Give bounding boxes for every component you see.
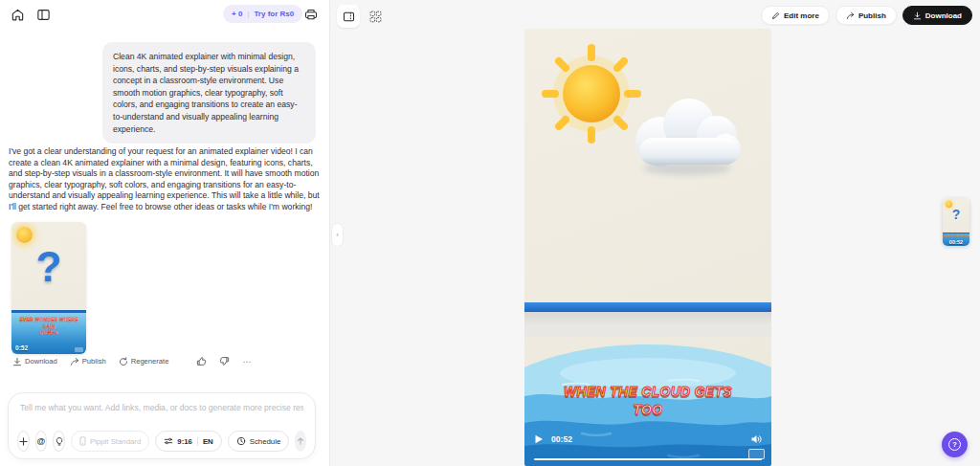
send-button[interactable] xyxy=(295,431,306,452)
sun-icon xyxy=(16,227,33,243)
mini-caption: WHEN THE CLOUD xyxy=(943,234,969,237)
print-button[interactable] xyxy=(302,6,319,22)
single-view-button[interactable] xyxy=(337,5,360,28)
composer-toolbar: @ Pippit Standard 9:1 xyxy=(17,431,306,452)
ratio-language-selector[interactable]: 9:16 EN xyxy=(155,431,221,452)
question-mark-graphic: ? xyxy=(943,207,969,222)
caption-yellow-part: WHEN THE xyxy=(564,384,637,399)
user-message-bubble: Clean 4K animated explainer with minimal… xyxy=(102,42,316,144)
mini-preview-card[interactable]: ? WHEN THE CLOUD 00:52 xyxy=(943,198,969,246)
thumbnail-caption-rest: WONDER WHERE xyxy=(33,317,78,322)
app-window: + 0 | Try for Rs0 Clean 4K animated expl… xyxy=(0,0,980,466)
download-icon xyxy=(913,11,922,20)
caption-line2: TOO xyxy=(634,402,663,417)
blue-stripe-graphic xyxy=(524,302,771,312)
prompt-composer: @ Pippit Standard 9:1 xyxy=(8,392,316,459)
thumbnail-caption: EVER WONDER WHERE RAIN COMES xyxy=(11,317,86,336)
schedule-label: Schedule xyxy=(250,437,281,446)
home-button[interactable] xyxy=(9,6,27,24)
schedule-button[interactable]: Schedule xyxy=(228,431,290,452)
plus-icon xyxy=(19,437,28,446)
desk-graphic xyxy=(524,312,771,337)
model-icon xyxy=(79,436,86,446)
download-video-label: Download xyxy=(925,11,962,20)
result-video-thumbnail[interactable]: ? EVER WONDER WHERE RAIN COMES 0:52 xyxy=(11,222,86,354)
thumbnail-caption-line3: COMES xyxy=(39,329,57,335)
result-actions-row: Download Publish Regenerate xyxy=(12,356,252,366)
model-selector[interactable]: Pippit Standard xyxy=(71,431,149,452)
chat-panel: + 0 | Try for Rs0 Clean 4K animated expl… xyxy=(0,0,330,466)
grid-view-button[interactable] xyxy=(368,9,383,24)
thumbnail-caption-line2: RAIN xyxy=(42,323,55,329)
thumbs-up-button[interactable] xyxy=(196,356,207,366)
progress-bar[interactable] xyxy=(534,458,762,460)
pencil-icon xyxy=(771,11,780,20)
ratio-label: 9:16 xyxy=(177,437,192,446)
model-label: Pippit Standard xyxy=(90,437,141,446)
home-icon xyxy=(11,8,25,22)
player-controls: 00:52 xyxy=(524,432,771,466)
sliders-icon xyxy=(164,436,173,446)
playback-time: 00:52 xyxy=(551,434,572,444)
lightbulb-icon xyxy=(55,436,64,446)
publish-icon xyxy=(846,11,855,20)
panel-collapse-handle[interactable]: ‹ xyxy=(331,223,344,247)
mention-button[interactable]: @ xyxy=(35,431,48,452)
chevron-left-icon: ‹ xyxy=(336,231,339,239)
publish-label: Publish xyxy=(82,357,106,366)
publish-result-button[interactable]: Publish xyxy=(70,357,106,366)
at-icon: @ xyxy=(37,436,46,446)
publish-icon xyxy=(70,357,79,366)
add-attachment-button[interactable] xyxy=(17,431,30,452)
more-options-button[interactable]: ⋯ xyxy=(242,357,252,366)
question-mark-graphic: ? xyxy=(11,243,86,291)
trial-offer-label: Try for Rs0 xyxy=(254,10,294,18)
regenerate-icon xyxy=(119,357,128,366)
layout-view-icon xyxy=(343,11,355,23)
publish-video-button[interactable]: Publish xyxy=(835,6,897,25)
thumbnail-duration: 0:52 xyxy=(15,344,28,351)
video-player[interactable]: WHEN THE CLOUD GETS TOO 00:52 xyxy=(524,29,771,466)
help-button[interactable]: ? xyxy=(942,432,968,457)
play-button[interactable] xyxy=(534,434,544,444)
credits-divider: | xyxy=(247,10,249,18)
water-graphic: WHEN THE CLOUD 00:52 xyxy=(943,233,969,246)
pill-divider xyxy=(197,437,198,446)
thumbs-down-button[interactable] xyxy=(219,356,230,366)
thumbs-up-icon xyxy=(196,356,207,366)
user-message-text: Clean 4K animated explainer with minimal… xyxy=(113,52,299,134)
download-video-button[interactable]: Download xyxy=(902,6,972,25)
watermark xyxy=(75,347,83,352)
sidebar-panel-icon xyxy=(36,8,51,22)
edit-more-label: Edit more xyxy=(784,11,819,20)
mini-duration: 00:52 xyxy=(943,239,969,245)
language-label: EN xyxy=(203,437,213,446)
cloud-graphic xyxy=(622,84,748,180)
assistant-message-text: I've got a clear understanding of your r… xyxy=(9,146,322,213)
thumbs-down-icon xyxy=(219,356,230,366)
sidebar-toggle-button[interactable] xyxy=(34,6,53,24)
caption-white-part: CLOUD GETS xyxy=(637,384,732,399)
edit-more-button[interactable]: Edit more xyxy=(761,6,830,25)
regenerate-label: Regenerate xyxy=(131,357,169,366)
prompt-input[interactable] xyxy=(20,401,303,414)
water-graphic: EVER WONDER WHERE RAIN COMES 0:52 xyxy=(11,310,86,354)
regenerate-button[interactable]: Regenerate xyxy=(119,357,169,366)
arrow-up-icon xyxy=(296,436,305,446)
video-caption: WHEN THE CLOUD GETS TOO xyxy=(524,383,771,419)
preview-panel: ‹ Edit more Publish Download xyxy=(330,0,980,466)
ideas-button[interactable] xyxy=(53,431,65,452)
grid-view-icon xyxy=(369,11,382,23)
download-label: Download xyxy=(25,357,57,366)
question-icon: ? xyxy=(948,438,961,451)
printer-icon xyxy=(304,8,318,21)
credits-count: + 0 xyxy=(232,10,242,18)
download-icon xyxy=(12,357,22,366)
download-result-button[interactable]: Download xyxy=(12,357,57,366)
preview-toolbar: Edit more Publish Download xyxy=(761,6,972,25)
credits-pill[interactable]: + 0 | Try for Rs0 xyxy=(223,5,302,23)
clock-icon xyxy=(236,436,246,446)
thumbnail-caption-yellow: EVER xyxy=(19,317,33,322)
volume-button[interactable] xyxy=(750,433,762,445)
publish-video-label: Publish xyxy=(858,11,886,20)
